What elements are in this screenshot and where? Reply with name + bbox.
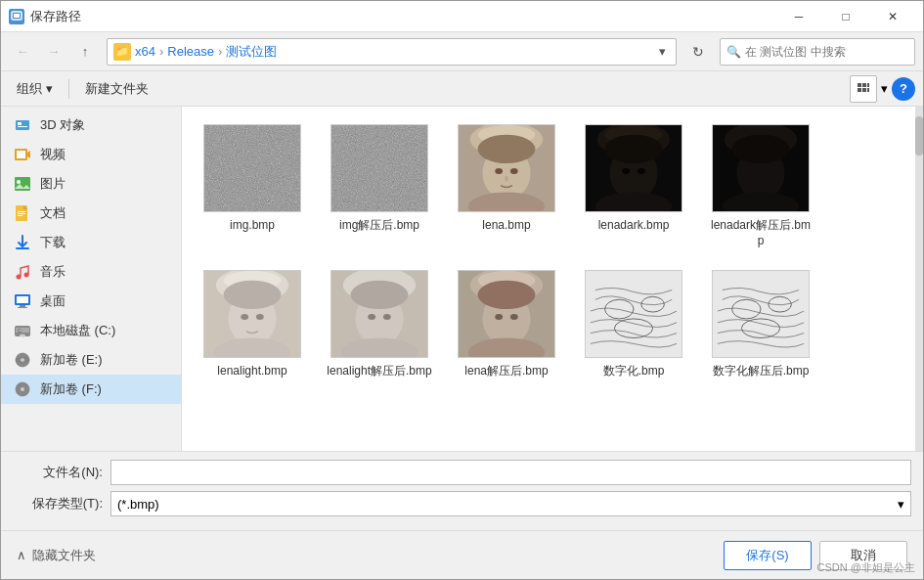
save-button[interactable]: 保存(S) xyxy=(724,541,812,570)
folder-icon: 📁 xyxy=(113,43,131,61)
svg-point-49 xyxy=(510,168,518,174)
svg-point-55 xyxy=(605,135,663,163)
file-item-img-decomp[interactable]: img解压后.bmp xyxy=(321,118,438,254)
svg-point-15 xyxy=(17,180,21,184)
file-name-lenalight-decomp: lenalight解压后.bmp xyxy=(327,364,431,379)
svg-rect-19 xyxy=(18,211,25,212)
svg-marker-12 xyxy=(27,151,30,158)
file-item-lenalight[interactable]: lenalight.bmp xyxy=(194,264,311,385)
sidebar-item-drive-f[interactable]: 新加卷 (F:) xyxy=(1,375,181,404)
svg-point-30 xyxy=(20,335,25,337)
sidebar-item-music[interactable]: 音乐 xyxy=(1,257,181,287)
file-name-lena-decomp: lena解压后.bmp xyxy=(464,364,548,379)
sidebar-item-documents[interactable]: 文档 xyxy=(1,199,181,228)
back-button[interactable]: ← xyxy=(9,38,36,66)
filename-label: 文件名(N): xyxy=(13,464,110,481)
address-bar[interactable]: 📁 x64 › Release › 测试位图 ▾ xyxy=(107,38,677,66)
search-input[interactable] xyxy=(745,45,908,59)
svg-point-75 xyxy=(351,281,409,309)
svg-rect-13 xyxy=(17,151,25,158)
file-thumb-img-decomp xyxy=(330,124,428,212)
sidebar-item-3d[interactable]: 3D 对象 xyxy=(1,111,181,140)
sidebar-label-downloads: 下载 xyxy=(40,234,66,251)
filetype-value: (*.bmp) xyxy=(117,497,159,512)
minimize-button[interactable]: ─ xyxy=(776,1,821,32)
filetype-label: 保存类型(T): xyxy=(13,495,110,513)
organize-button[interactable]: 组织 ▾ xyxy=(9,75,61,103)
svg-rect-20 xyxy=(18,213,25,214)
svg-rect-28 xyxy=(18,307,27,308)
svg-point-37 xyxy=(21,387,24,391)
sidebar-item-local-c[interactable]: C: 本地磁盘 (C:) xyxy=(1,316,181,345)
scrollbar-thumb xyxy=(915,116,923,156)
up-button[interactable]: ↑ xyxy=(71,38,99,66)
view-icon xyxy=(857,82,870,96)
address-part-folder[interactable]: 测试位图 xyxy=(226,43,277,61)
svg-point-58 xyxy=(638,168,645,174)
new-folder-button[interactable]: 新建文件夹 xyxy=(77,75,156,103)
bottom-form: 文件名(N): 保存类型(T): (*.bmp) ▾ xyxy=(1,451,923,530)
file-item-contour-decomp[interactable]: 数字化解压后.bmp xyxy=(702,264,819,385)
main-content: 3D 对象 视频 xyxy=(1,107,923,451)
filetype-row: 保存类型(T): (*.bmp) ▾ xyxy=(13,491,911,516)
svg-text:C:: C: xyxy=(18,328,22,334)
close-button[interactable]: ✕ xyxy=(870,1,915,32)
svg-rect-22 xyxy=(16,247,29,249)
svg-rect-6 xyxy=(862,88,866,92)
file-item-lena-decomp[interactable]: lena解压后.bmp xyxy=(448,264,565,385)
file-name-lena: lena.bmp xyxy=(482,218,530,234)
filetype-select[interactable]: (*.bmp) ▾ xyxy=(110,491,911,516)
help-button[interactable]: ? xyxy=(892,77,915,101)
address-part-x64[interactable]: x64 xyxy=(135,44,155,59)
file-item-lenalight-decomp[interactable]: lenalight解压后.bmp xyxy=(321,264,438,385)
search-bar[interactable]: 🔍 xyxy=(720,38,915,66)
svg-rect-91 xyxy=(713,271,809,357)
sidebar-item-drive-e[interactable]: 新加卷 (E:) xyxy=(1,345,181,375)
svg-rect-27 xyxy=(20,305,25,307)
svg-rect-10 xyxy=(18,126,27,127)
svg-rect-87 xyxy=(586,271,682,357)
hide-folder-toggle[interactable]: ∧ 隐藏文件夹 xyxy=(17,547,96,564)
sidebar-label-3d: 3D 对象 xyxy=(40,116,85,134)
view-button[interactable] xyxy=(850,75,877,103)
sidebar-item-desktop[interactable]: 桌面 xyxy=(1,287,181,316)
local-disk-icon: C: xyxy=(13,321,32,340)
file-item-lenadark-decomp[interactable]: lenadark解压后.bmp xyxy=(702,118,819,254)
dialog-title: 保存路径 xyxy=(30,8,776,25)
sidebar-label-drive-f: 新加卷 (F:) xyxy=(40,380,102,398)
documents-icon xyxy=(13,203,32,223)
sidebar-label-documents: 文档 xyxy=(40,204,66,222)
file-name-lenalight: lenalight.bmp xyxy=(217,364,286,379)
file-area: img.bmp img解压后.bmp xyxy=(182,107,915,451)
video-icon xyxy=(13,145,32,164)
forward-button[interactable]: → xyxy=(40,38,67,66)
file-item-img-bmp[interactable]: img.bmp xyxy=(194,118,311,254)
sidebar-item-pictures[interactable]: 图片 xyxy=(1,169,181,199)
titlebar: 保存路径 ─ □ ✕ xyxy=(1,1,923,32)
file-item-lenadark[interactable]: lenadark.bmp xyxy=(575,118,692,254)
sidebar-label-local-c: 本地磁盘 (C:) xyxy=(40,322,115,339)
file-thumb-contour-decomp xyxy=(712,270,810,358)
address-part-release[interactable]: Release xyxy=(167,44,214,59)
svg-point-78 xyxy=(383,314,391,320)
music-icon xyxy=(13,262,32,282)
address-path: x64 › Release › 测试位图 xyxy=(135,43,654,61)
sidebar-item-video[interactable]: 视频 xyxy=(1,140,181,169)
toolbar-separator xyxy=(68,79,69,99)
file-name-contour: 数字化.bmp xyxy=(603,364,665,379)
filename-input[interactable] xyxy=(110,460,911,485)
file-item-lena[interactable]: lena.bmp xyxy=(448,118,565,254)
file-area-scrollbar[interactable] xyxy=(915,107,923,451)
svg-point-77 xyxy=(368,314,375,320)
cancel-button[interactable]: 取消 xyxy=(819,541,907,570)
bottom-bar: ∧ 隐藏文件夹 保存(S) 取消 xyxy=(1,530,923,579)
file-item-contour[interactable]: 数字化.bmp xyxy=(575,264,692,385)
svg-rect-1 xyxy=(14,14,20,18)
refresh-button[interactable]: ↻ xyxy=(684,38,712,66)
3d-icon xyxy=(13,115,32,135)
maximize-button[interactable]: □ xyxy=(823,1,868,32)
address-dropdown[interactable]: ▾ xyxy=(654,39,670,65)
sidebar-item-downloads[interactable]: 下载 xyxy=(1,228,181,257)
svg-rect-9 xyxy=(18,122,22,125)
svg-point-68 xyxy=(224,281,282,309)
